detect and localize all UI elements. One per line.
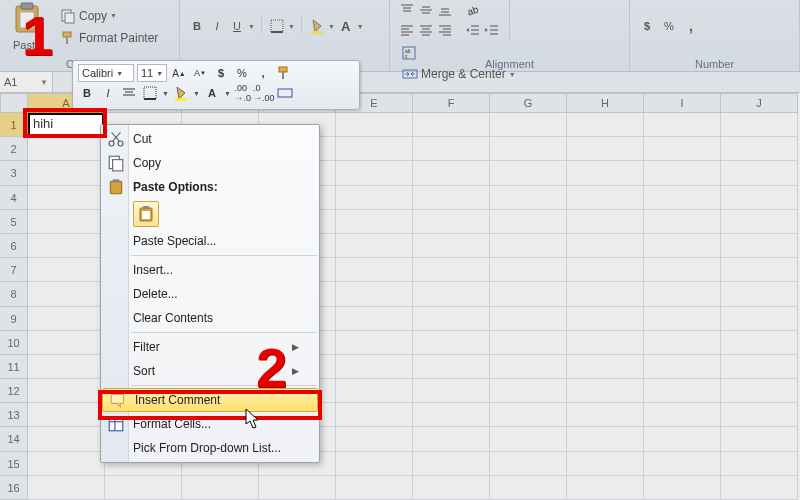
mini-comma[interactable]: , [254, 64, 272, 82]
cell[interactable] [644, 258, 721, 282]
cell[interactable] [336, 307, 413, 331]
cell[interactable] [721, 258, 798, 282]
cell[interactable] [567, 476, 644, 500]
cell[interactable] [413, 161, 490, 185]
cell[interactable] [413, 186, 490, 210]
row-header[interactable]: 7 [0, 258, 28, 282]
mini-fill-color[interactable] [172, 84, 190, 102]
cell[interactable] [644, 331, 721, 355]
column-header[interactable]: J [721, 93, 798, 113]
mini-italic[interactable]: I [99, 84, 117, 102]
cell[interactable] [644, 403, 721, 427]
cell[interactable] [644, 113, 721, 137]
font-color-button[interactable]: A [337, 17, 355, 35]
cell[interactable] [490, 113, 567, 137]
border-button[interactable] [268, 17, 286, 35]
cell[interactable] [336, 282, 413, 306]
cell[interactable] [490, 307, 567, 331]
format-painter-button[interactable]: Format Painter [56, 28, 162, 48]
cell[interactable] [490, 379, 567, 403]
cell[interactable] [644, 210, 721, 234]
row-header[interactable]: 14 [0, 427, 28, 451]
cell[interactable] [336, 452, 413, 476]
align-left-button[interactable] [398, 21, 416, 39]
cell[interactable] [28, 379, 105, 403]
align-top-button[interactable] [398, 1, 416, 19]
indent-dec-button[interactable] [464, 21, 482, 39]
cell[interactable] [644, 452, 721, 476]
row-header[interactable]: 12 [0, 379, 28, 403]
cell[interactable] [721, 379, 798, 403]
cell[interactable] [28, 452, 105, 476]
mini-font-size[interactable]: 11▼ [137, 64, 167, 82]
cell[interactable] [28, 403, 105, 427]
name-box[interactable]: A1 ▼ [0, 72, 53, 92]
cell[interactable] [28, 331, 105, 355]
cell[interactable] [567, 427, 644, 451]
column-header[interactable]: H [567, 93, 644, 113]
bold-button[interactable]: B [188, 17, 206, 35]
underline-button[interactable]: U [228, 17, 246, 35]
row-header[interactable]: 13 [0, 403, 28, 427]
cell[interactable] [28, 161, 105, 185]
mini-font-name[interactable]: Calibri▼ [78, 64, 134, 82]
menu-copy[interactable]: Copy [101, 151, 319, 175]
menu-clear-contents[interactable]: Clear Contents [101, 306, 319, 330]
cell[interactable] [567, 113, 644, 137]
cell[interactable] [259, 476, 336, 500]
menu-paste-special[interactable]: Paste Special... [101, 229, 319, 253]
cell[interactable] [567, 379, 644, 403]
mini-increase-font[interactable]: A▲ [170, 64, 188, 82]
cell[interactable] [413, 234, 490, 258]
cell[interactable] [490, 476, 567, 500]
cell[interactable] [721, 355, 798, 379]
cell[interactable] [644, 137, 721, 161]
cell[interactable] [336, 403, 413, 427]
cell[interactable] [28, 282, 105, 306]
cell[interactable] [721, 307, 798, 331]
mini-bold[interactable]: B [78, 84, 96, 102]
cell[interactable] [567, 452, 644, 476]
cell[interactable] [336, 137, 413, 161]
cell[interactable] [644, 355, 721, 379]
cell[interactable] [644, 427, 721, 451]
cell[interactable] [490, 137, 567, 161]
cell[interactable] [336, 161, 413, 185]
copy-button[interactable]: Copy ▼ [56, 6, 162, 26]
row-header[interactable]: 2 [0, 137, 28, 161]
cell[interactable] [721, 403, 798, 427]
cell[interactable] [490, 258, 567, 282]
mini-format-painter[interactable] [275, 64, 293, 82]
cell[interactable] [336, 113, 413, 137]
cell[interactable] [644, 161, 721, 185]
orientation-button[interactable]: ab [464, 1, 482, 19]
cell[interactable] [413, 331, 490, 355]
cell[interactable] [336, 355, 413, 379]
cell[interactable] [336, 331, 413, 355]
cell[interactable] [413, 476, 490, 500]
cell[interactable] [28, 355, 105, 379]
cell[interactable] [721, 234, 798, 258]
align-center-button[interactable] [417, 21, 435, 39]
cell[interactable] [413, 379, 490, 403]
cell[interactable] [336, 186, 413, 210]
cell[interactable] [413, 355, 490, 379]
cell[interactable] [336, 258, 413, 282]
cell[interactable] [413, 427, 490, 451]
indent-inc-button[interactable] [483, 21, 501, 39]
cell[interactable] [567, 234, 644, 258]
cell[interactable] [721, 186, 798, 210]
cell[interactable] [413, 403, 490, 427]
cell[interactable] [721, 210, 798, 234]
cell[interactable] [567, 307, 644, 331]
fill-color-button[interactable] [308, 17, 326, 35]
comma-button[interactable]: , [682, 17, 700, 35]
cell[interactable] [336, 427, 413, 451]
cell[interactable] [721, 113, 798, 137]
cell[interactable] [490, 161, 567, 185]
cell[interactable] [644, 186, 721, 210]
cell[interactable] [336, 379, 413, 403]
row-header[interactable]: 16 [0, 476, 28, 500]
row-header[interactable]: 3 [0, 161, 28, 185]
cell[interactable] [490, 427, 567, 451]
